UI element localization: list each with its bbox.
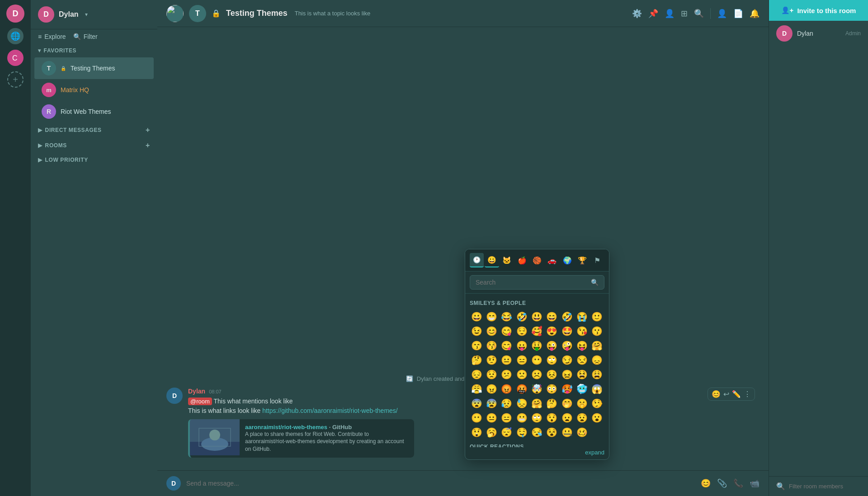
emoji-cell[interactable]: 😲 xyxy=(470,426,483,439)
emoji-cell[interactable]: 🤩 xyxy=(560,324,574,338)
emoji-cell[interactable]: 😁 xyxy=(485,310,498,323)
emoji-cell[interactable]: 🥴 xyxy=(575,426,589,439)
room-item-testing-themes[interactable]: T 🔒 Testing Themes xyxy=(34,57,154,79)
filter-members-input[interactable] xyxy=(789,483,865,490)
emoji-cell[interactable]: 😝 xyxy=(575,339,589,352)
emoji-cell[interactable]: 😉 xyxy=(470,324,483,338)
emoji-cell[interactable]: 🤣 xyxy=(515,310,528,323)
reply-action[interactable]: ↩ xyxy=(723,390,729,398)
emoji-cell[interactable]: 😍 xyxy=(545,324,559,338)
emoji-cell[interactable]: 🤫 xyxy=(575,397,589,410)
more-actions[interactable]: ⋮ xyxy=(744,390,751,398)
emoji-cell[interactable]: 😭 xyxy=(575,310,589,323)
members-icon[interactable]: 👤 xyxy=(665,9,675,19)
emoji-cell[interactable]: ☹️ xyxy=(530,368,543,381)
emoji-cell[interactable]: 😋 xyxy=(500,339,514,352)
emoji-cell[interactable]: 🙄 xyxy=(545,353,559,367)
emoji-cell[interactable]: 😥 xyxy=(500,397,514,410)
emoji-cell[interactable]: 🤪 xyxy=(560,339,574,352)
emoji-reaction-action[interactable]: 😊 xyxy=(712,390,721,398)
voice-call-icon[interactable]: 📞 xyxy=(733,478,743,488)
emoji-cell[interactable]: 😐 xyxy=(500,353,514,367)
grid-icon[interactable]: ⊞ xyxy=(681,9,688,19)
add-dm-button[interactable]: + xyxy=(146,126,150,134)
notification-icon[interactable]: 🔔 xyxy=(750,9,760,19)
emoji-cell[interactable]: 🤤 xyxy=(515,426,528,439)
emoji-cell[interactable]: 😣 xyxy=(545,368,559,381)
emoji-cell[interactable]: 🤯 xyxy=(530,382,543,396)
emoji-cell[interactable]: 🤔 xyxy=(545,397,559,410)
emoji-cell[interactable]: 😀 xyxy=(470,310,483,323)
low-priority-section-header[interactable]: ▶ LOW PRIORITY xyxy=(31,153,157,167)
emoji-cell[interactable]: 😌 xyxy=(515,324,528,338)
emoji-cell[interactable]: 😒 xyxy=(575,353,589,367)
emoji-cell[interactable]: 🥱 xyxy=(485,426,498,439)
emoji-cell[interactable]: 🥵 xyxy=(560,382,574,396)
riot-icon[interactable]: C xyxy=(7,50,24,66)
emoji-cell[interactable]: 😏 xyxy=(560,353,574,367)
edit-action[interactable]: ✏️ xyxy=(732,390,741,398)
attachment-icon[interactable]: 📎 xyxy=(717,478,727,488)
emoji-cell[interactable]: 🤬 xyxy=(515,382,528,396)
emoji-cell[interactable]: 🤥 xyxy=(590,397,604,410)
emoji-cell[interactable]: 🤗 xyxy=(590,339,604,352)
favorites-section-header[interactable]: ▾ FAVORITES xyxy=(31,44,157,57)
emoji-cell[interactable]: 🤗 xyxy=(530,397,543,410)
emoji-cell[interactable]: 😦 xyxy=(560,411,574,425)
emoji-cell[interactable]: 🙁 xyxy=(515,368,528,381)
emoji-cell[interactable]: 😠 xyxy=(485,382,498,396)
emoji-cell[interactable]: 😋 xyxy=(500,324,514,338)
emoji-cell[interactable]: 😴 xyxy=(500,426,514,439)
emoji-cell[interactable]: 😫 xyxy=(575,368,589,381)
emoji-tab-flags[interactable]: ⚑ xyxy=(590,253,604,267)
emoji-tab-symbols[interactable]: 🏆 xyxy=(575,253,589,267)
emoji-cell[interactable]: 😪 xyxy=(530,426,543,439)
emoji-tab-smileys[interactable]: 😀 xyxy=(485,253,499,267)
direct-messages-section-header[interactable]: ▶ DIRECT MESSAGES + xyxy=(31,122,157,138)
emoji-cell[interactable]: 🙂 xyxy=(590,310,604,323)
emoji-cell[interactable]: 😄 xyxy=(545,310,559,323)
emoji-cell[interactable]: 😨 xyxy=(470,397,483,410)
emoji-cell[interactable]: 😓 xyxy=(515,397,528,410)
emoji-cell[interactable]: 😊 xyxy=(485,324,498,338)
emoji-cell[interactable]: 😞 xyxy=(590,353,604,367)
emoji-cell[interactable]: 😟 xyxy=(485,368,498,381)
emoji-cell[interactable]: 🙄 xyxy=(530,411,543,425)
emoji-cell[interactable]: 🤔 xyxy=(470,353,483,367)
emoji-cell[interactable]: 😰 xyxy=(485,397,498,410)
rooms-section-header[interactable]: ▶ ROOMS + xyxy=(31,138,157,153)
video-call-icon[interactable]: 📹 xyxy=(750,478,760,488)
user-icon[interactable]: 👤 xyxy=(717,9,727,19)
emoji-cell[interactable]: 😃 xyxy=(530,310,543,323)
emoji-cell[interactable]: 😐 xyxy=(485,411,498,425)
emoji-cell[interactable]: 😂 xyxy=(500,310,514,323)
add-room-button[interactable]: + xyxy=(146,141,150,150)
emoji-input-icon[interactable]: 😊 xyxy=(701,478,711,488)
invite-to-room-button[interactable]: 👤+ Invite to this room xyxy=(769,0,868,21)
emoji-tab-objects[interactable]: 🌍 xyxy=(560,253,574,267)
emoji-cell[interactable]: 😛 xyxy=(515,339,528,352)
emoji-cell[interactable]: 😜 xyxy=(545,339,559,352)
explore-nav-item[interactable]: ≡ Explore xyxy=(38,33,66,40)
emoji-tab-recent[interactable]: 🕐 xyxy=(470,253,484,267)
emoji-cell[interactable]: 😯 xyxy=(545,411,559,425)
filter-nav-item[interactable]: 🔍 Filter xyxy=(73,33,98,40)
sidebar-user-chevron[interactable]: ▾ xyxy=(85,11,88,18)
emoji-cell[interactable]: 😳 xyxy=(545,382,559,396)
room-item-riot-web-themes[interactable]: R Riot Web Themes xyxy=(34,101,154,122)
emoji-cell[interactable]: 😶 xyxy=(470,411,483,425)
emoji-tab-food[interactable]: 🍎 xyxy=(515,253,529,267)
emoji-search-input[interactable] xyxy=(476,279,586,286)
emoji-cell[interactable]: 😔 xyxy=(470,368,483,381)
emoji-cell[interactable]: 😤 xyxy=(470,382,483,396)
emoji-cell[interactable]: 😑 xyxy=(500,411,514,425)
emoji-cell[interactable]: 🤨 xyxy=(485,353,498,367)
emoji-cell[interactable]: 😑 xyxy=(515,353,528,367)
pin-icon[interactable]: 📌 xyxy=(648,9,658,19)
emoji-cell[interactable]: 😬 xyxy=(515,411,528,425)
emoji-cell[interactable]: 😘 xyxy=(575,324,589,338)
emoji-cell[interactable]: 🥰 xyxy=(530,324,543,338)
search-header-icon[interactable]: 🔍 xyxy=(694,9,704,19)
emoji-tab-animals[interactable]: 🐱 xyxy=(500,253,514,267)
emoji-cell[interactable]: 😡 xyxy=(500,382,514,396)
